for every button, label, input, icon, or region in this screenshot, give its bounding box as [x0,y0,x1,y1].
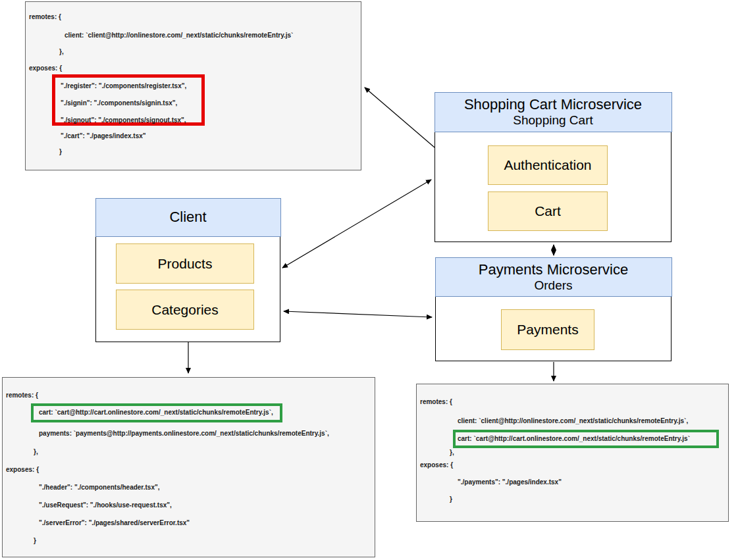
component-cart: Cart [488,191,608,231]
code-line: "./useRequest": "./hooks/use-request.tsx… [39,501,172,510]
component-payments: Payments [501,309,594,350]
client-service-header: Client [95,198,281,237]
code-line: remotes: { [6,391,38,400]
code-line: }, [450,448,454,457]
client-config-box: remotes: { cart: `cart@http://cart.onlin… [2,377,375,557]
arrow-shoppingcart-to-config [365,88,435,147]
code-line: } [34,536,36,546]
code-line: payments: `payments@http://payments.onli… [39,429,329,438]
payments-service-box: Payments Microservice Orders Payments [435,257,672,361]
service-subtitle: Orders [534,278,572,293]
code-line: } [450,495,452,504]
code-line: "./serverError": "./pages/shared/serverE… [39,519,190,528]
code-line: exposes: { [420,461,453,470]
component-authentication: Authentication [488,145,608,185]
code-line: "./payments": "./pages/index.tsx" [458,478,562,487]
service-title: Client [169,209,206,226]
code-line: "./signout": "./components/signout.tsx", [61,116,186,125]
code-line: exposes: { [29,64,62,73]
service-subtitle: Shopping Cart [513,113,593,128]
client-service-box: Client Products Categories [95,198,280,342]
code-line: cart: `cart@http://cart.onlinestore.com/… [458,434,690,444]
code-line: } [59,147,62,157]
diagram-canvas: remotes: { client: `client@http://online… [0,0,738,560]
code-line: exposes: { [6,465,39,474]
code-line: "./cart": "./pages/index.tsx" [61,132,146,141]
service-title: Shopping Cart Microservice [464,96,642,113]
code-line: "./header": "./components/header.tsx", [39,483,159,492]
service-title: Payments Microservice [479,261,628,278]
code-line: remotes: { [29,13,61,22]
component-categories: Categories [116,290,254,330]
code-line: client: `client@http://onlinestore.com/_… [65,31,293,40]
shopping-cart-service-header: Shopping Cart Microservice Shopping Cart [435,92,672,132]
code-line: }, [59,47,64,57]
code-line: "./signin": "./components/signin.tsx", [61,99,177,108]
code-line: cart: `cart@http://cart.onlinestore.com/… [39,408,273,417]
payments-service-header: Payments Microservice Orders [435,257,672,297]
code-line: client: `client@http://onlinestore.com/_… [458,417,688,426]
component-products: Products [116,243,254,284]
code-line: "./register": "./components/register.tsx… [61,82,186,91]
code-line: remotes: { [420,397,452,407]
code-line: }, [34,447,38,457]
payments-config-box: remotes: { client: `client@http://online… [416,384,729,522]
shopping-cart-config-box: remotes: { client: `client@http://online… [25,1,361,170]
arrow-client-payments [284,311,432,317]
shopping-cart-service-box: Shopping Cart Microservice Shopping Cart… [435,92,672,242]
arrow-client-shoppingcart [282,180,431,268]
